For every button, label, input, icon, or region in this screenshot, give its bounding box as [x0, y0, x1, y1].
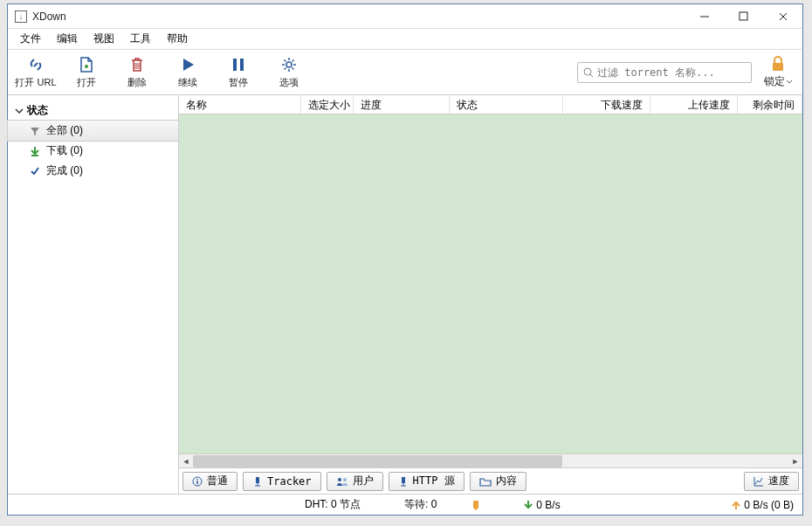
disk-icon: [471, 499, 480, 511]
svg-line-17: [292, 68, 294, 70]
folder-icon: [479, 476, 492, 487]
svg-point-24: [196, 478, 198, 480]
window-title: XDown: [32, 10, 685, 23]
svg-point-30: [343, 478, 347, 481]
delete-button[interactable]: 删除: [116, 52, 158, 93]
status-dht: DHT: 0 节点: [305, 497, 361, 512]
open-url-button[interactable]: 打开 URL: [15, 52, 57, 93]
scroll-track[interactable]: [193, 455, 788, 467]
column-name[interactable]: 名称: [179, 95, 301, 114]
content: 状态 全部 (0) 下载 (0) 完成 (0): [8, 95, 802, 494]
svg-point-20: [584, 68, 591, 75]
lock-button[interactable]: 锁定: [760, 52, 795, 93]
tab-content[interactable]: 内容: [470, 472, 526, 491]
tab-speed-label: 速度: [768, 474, 789, 488]
menu-file[interactable]: 文件: [13, 29, 48, 49]
svg-rect-10: [240, 59, 244, 71]
resume-button[interactable]: 继续: [167, 52, 209, 93]
svg-rect-22: [773, 63, 783, 71]
menubar: 文件 编辑 视图 工具 帮助: [8, 29, 802, 50]
svg-point-29: [338, 478, 341, 481]
svg-rect-26: [256, 477, 259, 483]
tab-content-label: 内容: [496, 474, 517, 488]
tab-tracker-label: Tracker: [267, 475, 312, 488]
maximize-icon: [739, 11, 748, 21]
tab-http[interactable]: HTTP 源: [389, 472, 464, 491]
titlebar: ↓ XDown: [8, 4, 802, 29]
column-selected-size[interactable]: 选定大小: [301, 95, 354, 114]
delete-label: 删除: [127, 76, 147, 89]
column-ul-speed[interactable]: 上传速度: [650, 95, 738, 114]
svg-line-16: [285, 60, 286, 62]
bottom-tabs: 普通 Tracker 用户 HTTP 源 内容: [179, 467, 802, 494]
svg-line-21: [590, 74, 593, 77]
svg-line-4: [34, 63, 38, 66]
table-body[interactable]: [179, 114, 802, 453]
tab-general[interactable]: 普通: [182, 472, 237, 491]
close-icon: [778, 11, 788, 22]
menu-edit[interactable]: 编辑: [50, 29, 85, 49]
open-label: 打开: [77, 76, 96, 89]
search-box[interactable]: [577, 62, 752, 83]
app-icon: ↓: [15, 10, 27, 23]
search-icon: [583, 67, 594, 78]
status-upload-speed: 0 B/s (0 B): [732, 499, 794, 511]
svg-point-5: [85, 65, 88, 68]
column-eta[interactable]: 剩余时间: [738, 95, 802, 114]
menu-view[interactable]: 视图: [86, 29, 121, 49]
gear-icon: [280, 55, 298, 74]
sidebar-item-label: 全部 (0): [46, 123, 83, 138]
horizontal-scrollbar[interactable]: ◄ ►: [179, 453, 802, 467]
scroll-thumb[interactable]: [193, 455, 562, 467]
column-status[interactable]: 状态: [450, 95, 563, 114]
sidebar: 状态 全部 (0) 下载 (0) 完成 (0): [8, 95, 179, 494]
open-url-label: 打开 URL: [15, 76, 56, 89]
svg-rect-1: [740, 12, 747, 20]
scroll-left-button[interactable]: ◄: [179, 455, 193, 467]
sidebar-item-completed[interactable]: 完成 (0): [8, 161, 178, 181]
close-button[interactable]: [763, 4, 802, 29]
trash-icon: [129, 55, 145, 74]
users-icon: [336, 476, 348, 487]
lock-label: 锁定: [764, 74, 793, 89]
minimize-icon: [699, 11, 710, 22]
resume-label: 继续: [178, 76, 197, 89]
sidebar-item-downloading[interactable]: 下载 (0): [8, 141, 178, 161]
options-button[interactable]: 选项: [268, 52, 310, 93]
file-icon: [79, 55, 94, 74]
tab-tracker[interactable]: Tracker: [243, 472, 321, 491]
scroll-right-button[interactable]: ►: [788, 455, 802, 467]
pause-label: 暂停: [229, 76, 248, 89]
upload-arrow-icon: [732, 500, 740, 510]
link-icon: [27, 55, 45, 74]
sidebar-item-all[interactable]: 全部 (0): [7, 120, 179, 142]
search-input[interactable]: [597, 66, 746, 79]
chevron-down-icon: [786, 80, 793, 85]
pause-button[interactable]: 暂停: [217, 52, 259, 93]
column-progress[interactable]: 进度: [354, 95, 450, 114]
tab-peers[interactable]: 用户: [327, 472, 383, 491]
chart-icon: [754, 476, 764, 487]
menu-help[interactable]: 帮助: [160, 29, 195, 49]
tab-speed[interactable]: 速度: [744, 472, 799, 491]
sidebar-root-status[interactable]: 状态: [8, 100, 178, 121]
svg-rect-9: [233, 59, 237, 71]
status-waiting: 等待: 0: [404, 497, 437, 512]
svg-line-18: [292, 60, 294, 62]
tab-general-label: 普通: [207, 474, 228, 488]
svg-rect-31: [402, 477, 405, 483]
pause-icon: [231, 55, 246, 74]
maximize-button[interactable]: [724, 4, 763, 29]
menu-tools[interactable]: 工具: [123, 29, 158, 49]
chevron-down-icon: [15, 107, 24, 115]
minimize-button[interactable]: [685, 4, 724, 29]
svg-line-19: [285, 68, 286, 70]
tab-http-label: HTTP 源: [413, 474, 455, 488]
http-icon: [398, 476, 409, 487]
open-button[interactable]: 打开: [65, 52, 107, 93]
column-dl-speed[interactable]: 下载速度: [563, 95, 650, 114]
main-area: 名称 选定大小 进度 状态 下载速度 上传速度 剩余时间 ◄ ► 普通: [179, 95, 802, 494]
svg-point-11: [286, 62, 292, 67]
download-arrow-icon: [524, 500, 533, 510]
status-disk: [471, 499, 480, 511]
